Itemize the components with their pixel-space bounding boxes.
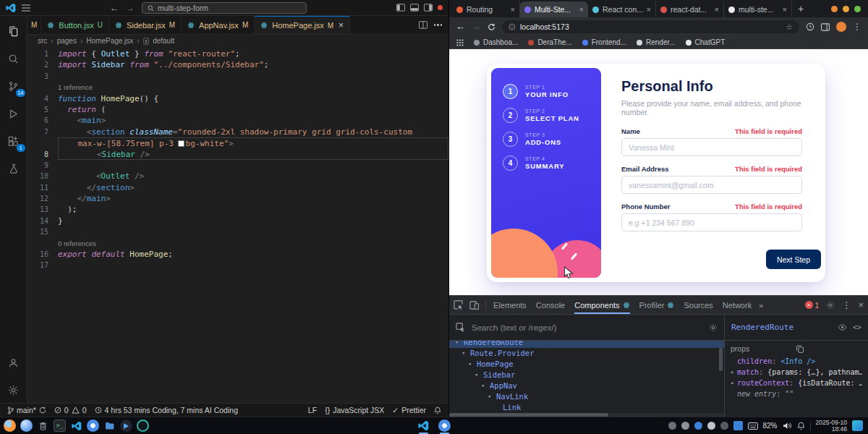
devtools-settings-icon[interactable]	[826, 301, 835, 310]
expand-caret-icon[interactable]: ▾	[481, 380, 487, 391]
media-player-icon[interactable]	[120, 420, 132, 432]
input-method-icon[interactable]	[852, 420, 863, 431]
tray-app-icon[interactable]	[694, 422, 702, 430]
expand-caret-icon[interactable]: ▸	[731, 378, 737, 388]
prop-row[interactable]: new entry: ""	[731, 388, 862, 399]
component-tree-row[interactable]: ▾AppNav	[449, 380, 724, 391]
close-tab-icon[interactable]: ×	[647, 5, 651, 14]
firefox-icon[interactable]	[4, 420, 16, 432]
formatter-status[interactable]: ✓Prettier	[392, 406, 426, 414]
editor-tab-partial[interactable]: M	[27, 16, 41, 34]
component-picker-icon[interactable]	[456, 323, 465, 332]
code-editor[interactable]: 1import { Outlet } from "react-router";2…	[27, 47, 448, 403]
component-tree-row[interactable]: ▾RenderedRoute	[449, 341, 724, 348]
breadcrumb-item[interactable]: src	[38, 37, 47, 45]
component-tree-row[interactable]: ▾NavLink	[449, 391, 724, 402]
tray-app-icon[interactable]	[720, 422, 728, 430]
expand-caret-icon[interactable]: ▾	[468, 359, 474, 370]
devtools-tab-elements[interactable]: Elements	[493, 296, 527, 314]
problems-status[interactable]: 0 0	[54, 406, 87, 414]
run-debug-icon[interactable]	[5, 105, 22, 122]
editor-tab[interactable]: HomePage.jsxM×	[255, 16, 350, 34]
battery-percent[interactable]: 82%	[763, 422, 778, 430]
more-tabs-icon[interactable]: »	[759, 301, 763, 310]
component-tree-row[interactable]: ▾HomePage	[449, 359, 724, 370]
breadcrumb-symbol[interactable]: default	[153, 37, 174, 45]
editor-tab[interactable]: AppNav.jsxM	[182, 16, 255, 34]
browser-tab[interactable]: react-dat...×	[656, 1, 724, 17]
vscode-taskbar-icon[interactable]	[70, 420, 82, 432]
bookmark-item[interactable]: ChatGPT	[686, 38, 726, 46]
devtools-tab-network[interactable]: Network	[723, 296, 752, 314]
nav-back-icon[interactable]: ←	[110, 2, 119, 14]
notifications-bell-icon[interactable]	[434, 407, 441, 414]
file-manager-icon[interactable]	[103, 420, 116, 432]
git-branch-status[interactable]: main*	[7, 406, 46, 414]
bookmark-item[interactable]: Render...	[637, 38, 676, 46]
browser-tab[interactable]: Multi-Ste...×	[520, 1, 588, 17]
prop-row[interactable]: children: <Info />	[731, 356, 862, 367]
browser-tab[interactable]: multi-ste...×	[724, 1, 792, 17]
chromium-icon[interactable]	[87, 420, 99, 432]
prop-row[interactable]: ▸routeContext: {isDataRoute: …	[731, 378, 862, 388]
toggle-sidebar-icon[interactable]	[396, 4, 405, 12]
settings-gear-icon[interactable]	[5, 381, 22, 399]
eol-indicator[interactable]: LF	[308, 406, 317, 414]
component-tree-row[interactable]: ▾Sidebar	[449, 370, 724, 380]
coding-time-status[interactable]: 4 hrs 53 mins Coding, 7 mins AI Coding	[95, 406, 238, 414]
terminal-icon[interactable]: >_	[54, 420, 66, 432]
profile-avatar[interactable]	[836, 22, 846, 32]
component-tree-row[interactable]: Link	[449, 402, 724, 413]
step-item[interactable]: 1STEP 1YOUR INFO	[503, 84, 601, 99]
bookmark-star-icon[interactable]: ☆	[786, 22, 793, 32]
component-search-input[interactable]	[472, 323, 702, 332]
nav-forward-icon[interactable]: →	[126, 2, 135, 14]
expand-caret-icon[interactable]: ▾	[455, 341, 461, 348]
close-devtools-icon[interactable]: ×	[858, 299, 864, 310]
customize-layout-icon[interactable]	[424, 4, 433, 12]
breadcrumb-item[interactable]: pages	[57, 37, 77, 45]
devtools-tab-console[interactable]: Console	[536, 296, 565, 314]
explorer-icon[interactable]	[5, 22, 22, 40]
devtools-tab-sources[interactable]: Sources	[684, 296, 712, 314]
editor-tab[interactable]: Button.jsxU	[41, 16, 109, 34]
browser-tab[interactable]: Routing×	[452, 1, 520, 17]
apps-grid-icon[interactable]	[456, 39, 464, 46]
language-mode[interactable]: {}JavaScript JSX	[325, 406, 384, 414]
devtools-tab-components[interactable]: Components	[574, 296, 629, 314]
expand-caret-icon[interactable]: ▾	[475, 370, 480, 380]
close-tab-icon[interactable]: ×	[579, 5, 584, 14]
search-icon[interactable]	[5, 50, 22, 67]
notifications-bell-icon[interactable]	[797, 422, 805, 430]
expand-caret-icon[interactable]: ▾	[461, 348, 467, 359]
browser-menu-icon[interactable]: ⋮	[853, 22, 861, 32]
back-icon[interactable]: ←	[456, 22, 465, 32]
vscode-window-button[interactable]	[417, 420, 430, 432]
email-input[interactable]	[621, 176, 802, 194]
component-tree-row[interactable]: ▾Route.Provider	[449, 348, 724, 359]
reload-icon[interactable]	[488, 23, 495, 31]
browser-window-button[interactable]	[438, 420, 451, 432]
browser-tab[interactable]: React con...×	[588, 1, 656, 17]
new-tab-button[interactable]: +	[792, 3, 809, 14]
more-actions-icon[interactable]	[434, 24, 443, 26]
menu-icon[interactable]	[22, 4, 30, 12]
history-sync-icon[interactable]	[806, 22, 814, 31]
tray-app-icon[interactable]	[681, 422, 689, 430]
tray-app-icon[interactable]	[668, 422, 676, 430]
bookmark-item[interactable]: DeraThe...	[528, 38, 571, 46]
bookmark-item[interactable]: Frontend...	[582, 38, 626, 46]
step-item[interactable]: 4STEP 4SUMMARY	[503, 156, 601, 171]
trash-icon[interactable]	[37, 420, 49, 432]
volume-icon[interactable]	[783, 422, 792, 430]
prop-row[interactable]: ▸match: {params: {…}, pathnam…	[731, 367, 862, 378]
extensions-icon[interactable]: 1	[5, 132, 22, 150]
close-tab-icon[interactable]: ×	[339, 20, 344, 30]
close-tab-icon[interactable]: ×	[783, 5, 787, 14]
view-source-icon[interactable]: <>	[853, 323, 861, 331]
forward-icon[interactable]: →	[472, 22, 481, 32]
devtools-tab-profiler[interactable]: Profiler	[639, 296, 675, 314]
close-tab-icon[interactable]: ×	[715, 5, 719, 14]
step-item[interactable]: 2STEP 2SELECT PLAN	[503, 108, 601, 123]
step-item[interactable]: 3STEP 3ADD-ONS	[503, 132, 601, 147]
